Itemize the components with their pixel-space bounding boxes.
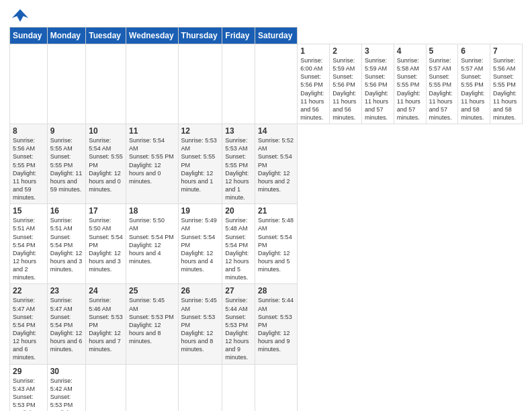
sunrise-text: Sunrise: 5:56 AM xyxy=(493,57,515,72)
daylight-text: Daylight: 11 hours and 58 minutes. xyxy=(493,90,517,121)
sunset-text: Sunset: 5:55 PM xyxy=(225,153,248,168)
sunset-text: Sunset: 5:53 PM xyxy=(258,314,292,328)
day-number: 25 xyxy=(129,286,175,295)
sunset-text: Sunset: 5:54 PM xyxy=(225,234,248,248)
daylight-text: Daylight: 12 hours and 8 minutes. xyxy=(181,330,214,353)
daylight-text: Daylight: 12 hours and 9 minutes. xyxy=(258,330,290,353)
empty-day-cell xyxy=(10,44,48,124)
daylight-text: Daylight: 11 hours and 57 minutes. xyxy=(397,90,420,121)
daylight-text: Daylight: 12 hours and 6 minutes. xyxy=(50,330,83,353)
day-number: 11 xyxy=(129,126,175,136)
sunrise-text: Sunrise: 5:55 AM xyxy=(50,137,73,152)
day-info: Sunrise: 5:51 AMSunset: 5:54 PMDaylight:… xyxy=(50,216,83,273)
daylight-text: Daylight: 12 hours and 2 minutes. xyxy=(13,250,36,281)
sunrise-text: Sunrise: 5:48 AM xyxy=(258,217,294,232)
sunset-text: Sunset: 5:54 PM xyxy=(50,234,73,248)
sunset-text: Sunset: 5:55 PM xyxy=(129,153,174,160)
daylight-text: Daylight: 12 hours and 8 minutes. xyxy=(129,322,161,345)
sunrise-text: Sunrise: 5:42 AM xyxy=(50,377,73,392)
day-number: 19 xyxy=(181,206,220,216)
calendar-day-cell: 26Sunrise: 5:45 AMSunset: 5:53 PMDayligh… xyxy=(178,284,222,364)
day-number: 14 xyxy=(258,126,294,136)
sunset-text: Sunset: 5:55 PM xyxy=(89,153,123,168)
calendar-week-row: 8Sunrise: 5:56 AMSunset: 5:55 PMDaylight… xyxy=(10,124,523,204)
empty-day-cell xyxy=(178,44,222,124)
sunset-text: Sunset: 5:56 PM xyxy=(365,73,388,88)
sunrise-text: Sunrise: 5:48 AM xyxy=(225,217,247,232)
day-number: 29 xyxy=(13,367,44,376)
daylight-text: Daylight: 12 hours and 3 minutes. xyxy=(89,250,121,273)
sunset-text: Sunset: 5:54 PM xyxy=(258,234,292,248)
daylight-text: Daylight: 12 hours and 0 minutes. xyxy=(89,170,121,193)
sunset-text: Sunset: 5:55 PM xyxy=(397,73,420,88)
calendar-day-cell: 18Sunrise: 5:50 AMSunset: 5:54 PMDayligh… xyxy=(126,204,179,284)
sunrise-text: Sunrise: 5:50 AM xyxy=(129,217,165,232)
calendar-day-cell: 27Sunrise: 5:44 AMSunset: 5:53 PMDayligh… xyxy=(222,284,255,364)
day-info: Sunrise: 5:44 AMSunset: 5:53 PMDaylight:… xyxy=(258,296,294,353)
day-info: Sunrise: 5:43 AMSunset: 5:53 PMDaylight:… xyxy=(13,377,44,412)
calendar-day-cell: 29Sunrise: 5:43 AMSunset: 5:53 PMDayligh… xyxy=(10,364,48,411)
day-info: Sunrise: 5:49 AMSunset: 5:54 PMDaylight:… xyxy=(181,216,220,273)
empty-day-cell xyxy=(47,44,86,124)
calendar-day-cell: 12Sunrise: 5:53 AMSunset: 5:55 PMDayligh… xyxy=(178,124,222,204)
calendar-day-cell: 30Sunrise: 5:42 AMSunset: 5:53 PMDayligh… xyxy=(47,364,86,411)
day-number: 9 xyxy=(50,126,83,136)
calendar-day-cell: 24Sunrise: 5:46 AMSunset: 5:53 PMDayligh… xyxy=(86,284,126,364)
daylight-text: Daylight: 12 hours and 2 minutes. xyxy=(258,170,290,193)
sunrise-text: Sunrise: 5:49 AM xyxy=(181,217,217,232)
sunset-text: Sunset: 5:55 PM xyxy=(429,73,452,88)
calendar-week-row: 15Sunrise: 5:51 AMSunset: 5:54 PMDayligh… xyxy=(10,204,523,284)
calendar-week-row: 1Sunrise: 6:00 AMSunset: 5:56 PMDaylight… xyxy=(10,44,523,124)
logo-text xyxy=(9,7,30,23)
daylight-text: Daylight: 12 hours and 1 minute. xyxy=(181,170,214,193)
calendar-day-cell: 8Sunrise: 5:56 AMSunset: 5:55 PMDaylight… xyxy=(10,124,48,204)
sunrise-text: Sunrise: 5:54 AM xyxy=(89,137,111,152)
column-header-sunday: Sunday xyxy=(10,28,48,44)
sunset-text: Sunset: 5:53 PM xyxy=(129,314,174,320)
empty-day-cell xyxy=(222,44,255,124)
sunset-text: Sunset: 5:53 PM xyxy=(13,394,36,408)
daylight-text: Daylight: 11 hours and 58 minutes. xyxy=(461,90,484,121)
sunrise-text: Sunrise: 5:53 AM xyxy=(181,137,217,152)
day-info: Sunrise: 5:56 AMSunset: 5:55 PMDaylight:… xyxy=(13,136,44,201)
sunset-text: Sunset: 5:55 PM xyxy=(493,73,516,88)
calendar-day-cell: 11Sunrise: 5:54 AMSunset: 5:55 PMDayligh… xyxy=(126,124,179,204)
sunset-text: Sunset: 5:55 PM xyxy=(50,153,73,168)
svg-marker-0 xyxy=(12,9,28,22)
day-number: 8 xyxy=(13,126,44,136)
column-header-thursday: Thursday xyxy=(178,28,222,44)
daylight-text: Daylight: 12 hours and 4 minutes. xyxy=(181,250,214,273)
sunset-text: Sunset: 5:54 PM xyxy=(129,234,174,240)
sunset-text: Sunset: 5:54 PM xyxy=(13,314,36,328)
day-number: 22 xyxy=(13,286,44,295)
calendar-day-cell: 9Sunrise: 5:55 AMSunset: 5:55 PMDaylight… xyxy=(47,124,86,204)
day-info: Sunrise: 5:45 AMSunset: 5:53 PMDaylight:… xyxy=(181,296,220,353)
sunset-text: Sunset: 5:54 PM xyxy=(50,314,73,328)
logo-bird-icon xyxy=(11,7,30,26)
day-number: 6 xyxy=(461,46,487,56)
day-info: Sunrise: 5:52 AMSunset: 5:54 PMDaylight:… xyxy=(258,136,294,193)
column-header-saturday: Saturday xyxy=(255,28,298,44)
calendar-day-cell: 13Sunrise: 5:53 AMSunset: 5:55 PMDayligh… xyxy=(222,124,255,204)
day-info: Sunrise: 6:00 AMSunset: 5:56 PMDaylight:… xyxy=(300,56,326,122)
empty-day-cell xyxy=(126,364,179,411)
day-number: 3 xyxy=(365,46,391,56)
calendar-day-cell: 1Sunrise: 6:00 AMSunset: 5:56 PMDaylight… xyxy=(298,44,330,124)
daylight-text: Daylight: 12 hours and 5 minutes. xyxy=(258,250,290,273)
sunrise-text: Sunrise: 5:50 AM xyxy=(89,217,111,232)
day-info: Sunrise: 5:59 AMSunset: 5:56 PMDaylight:… xyxy=(332,56,359,122)
sunset-text: Sunset: 5:56 PM xyxy=(300,73,323,88)
sunset-text: Sunset: 5:53 PM xyxy=(225,314,248,328)
daylight-text: Daylight: 12 hours and 7 minutes. xyxy=(89,330,121,353)
sunset-text: Sunset: 5:54 PM xyxy=(258,153,292,168)
day-number: 21 xyxy=(258,206,294,216)
empty-day-cell xyxy=(178,364,222,411)
day-number: 16 xyxy=(50,206,83,216)
sunset-text: Sunset: 5:54 PM xyxy=(13,234,36,248)
sunrise-text: Sunrise: 5:47 AM xyxy=(13,297,35,312)
daylight-text: Daylight: 11 hours and 59 minutes. xyxy=(13,170,36,201)
day-number: 27 xyxy=(225,286,252,295)
day-number: 24 xyxy=(89,286,123,295)
day-number: 13 xyxy=(225,126,252,136)
empty-day-cell xyxy=(126,44,179,124)
